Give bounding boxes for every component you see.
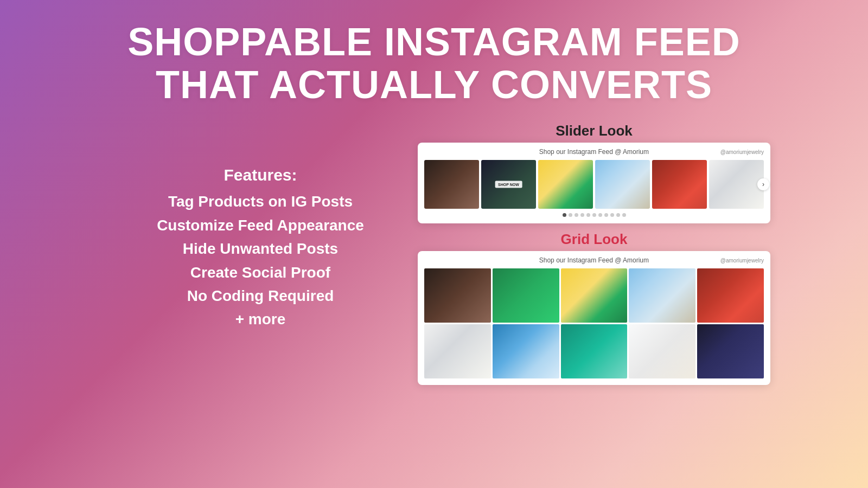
feature-item-6: + more bbox=[157, 307, 364, 331]
right-panel: Slider Look Shop our Instagram Feed @ Am… bbox=[418, 123, 787, 385]
features-title: Features: bbox=[224, 166, 297, 184]
grid-handle: @amoriumjewelry bbox=[720, 258, 764, 264]
grid-feed-card: Shop our Instagram Feed @ Amorium @amori… bbox=[418, 251, 770, 385]
slider-card-header: Shop our Instagram Feed @ Amorium @amori… bbox=[424, 148, 764, 156]
slider-img-5 bbox=[652, 160, 707, 209]
grid-feed-title: Shop our Instagram Feed @ Amorium bbox=[468, 256, 720, 264]
grid-section-label: Grid Look bbox=[418, 231, 770, 248]
slider-handle: @amoriumjewelry bbox=[720, 149, 764, 155]
main-title: SHOPPABLE INSTAGRAM FEED THAT ACTUALLY C… bbox=[127, 21, 740, 106]
slider-feed-title: Shop our Instagram Feed @ Amorium bbox=[468, 148, 720, 156]
slider-feed-card: Shop our Instagram Feed @ Amorium @amori… bbox=[418, 143, 770, 223]
grid-section: Grid Look Shop our Instagram Feed @ Amor… bbox=[418, 231, 770, 385]
dot-3 bbox=[575, 213, 578, 217]
title-line2: THAT ACTUALLY CONVERTS bbox=[156, 63, 712, 106]
dot-10 bbox=[616, 213, 620, 217]
grid-img-10 bbox=[697, 324, 764, 378]
feature-item-2: Customize Feed Appearance bbox=[157, 214, 364, 237]
feature-item-5: No Coding Required bbox=[157, 284, 364, 307]
grid-img-2 bbox=[493, 268, 559, 323]
grid-img-1 bbox=[424, 268, 491, 323]
dot-6 bbox=[592, 213, 596, 217]
page-wrapper: SHOPPABLE INSTAGRAM FEED THAT ACTUALLY C… bbox=[0, 0, 868, 488]
slider-img-3 bbox=[538, 160, 593, 209]
grid-images bbox=[424, 268, 764, 378]
dot-2 bbox=[569, 213, 572, 217]
grid-img-3 bbox=[561, 268, 628, 323]
feature-item-4: Create Social Proof bbox=[157, 261, 364, 284]
dot-8 bbox=[604, 213, 608, 217]
slider-img-6 bbox=[709, 160, 764, 209]
features-panel: Features: Tag Products on IG Posts Custo… bbox=[81, 123, 418, 331]
grid-img-4 bbox=[629, 268, 695, 323]
grid-img-8 bbox=[561, 324, 628, 378]
slider-img-4 bbox=[595, 160, 650, 209]
slider-img-1 bbox=[424, 160, 479, 209]
slider-dots bbox=[424, 213, 764, 217]
shop-now-label: SHOP NOW bbox=[495, 181, 522, 188]
slider-next-button[interactable]: › bbox=[757, 178, 769, 190]
slider-img-2: SHOP NOW bbox=[481, 160, 536, 209]
content-row: Features: Tag Products on IG Posts Custo… bbox=[0, 123, 868, 385]
features-list: Tag Products on IG Posts Customize Feed … bbox=[157, 190, 364, 331]
dot-7 bbox=[598, 213, 602, 217]
dot-5 bbox=[586, 213, 590, 217]
slider-section-label: Slider Look bbox=[418, 123, 770, 139]
grid-img-6 bbox=[424, 324, 491, 378]
header: SHOPPABLE INSTAGRAM FEED THAT ACTUALLY C… bbox=[127, 0, 740, 112]
dot-9 bbox=[610, 213, 614, 217]
dot-1 bbox=[563, 213, 566, 217]
grid-img-9 bbox=[629, 324, 695, 378]
feature-item-3: Hide Unwanted Posts bbox=[157, 237, 364, 260]
dot-11 bbox=[622, 213, 626, 217]
grid-img-5 bbox=[697, 268, 764, 323]
grid-img-7 bbox=[493, 324, 559, 378]
title-line1: SHOPPABLE INSTAGRAM FEED bbox=[127, 20, 740, 63]
slider-images-row: SHOP NOW › bbox=[424, 160, 764, 209]
grid-card-header: Shop our Instagram Feed @ Amorium @amori… bbox=[424, 256, 764, 264]
feature-item-1: Tag Products on IG Posts bbox=[157, 190, 364, 213]
slider-section: Slider Look Shop our Instagram Feed @ Am… bbox=[418, 123, 770, 223]
dot-4 bbox=[580, 213, 584, 217]
